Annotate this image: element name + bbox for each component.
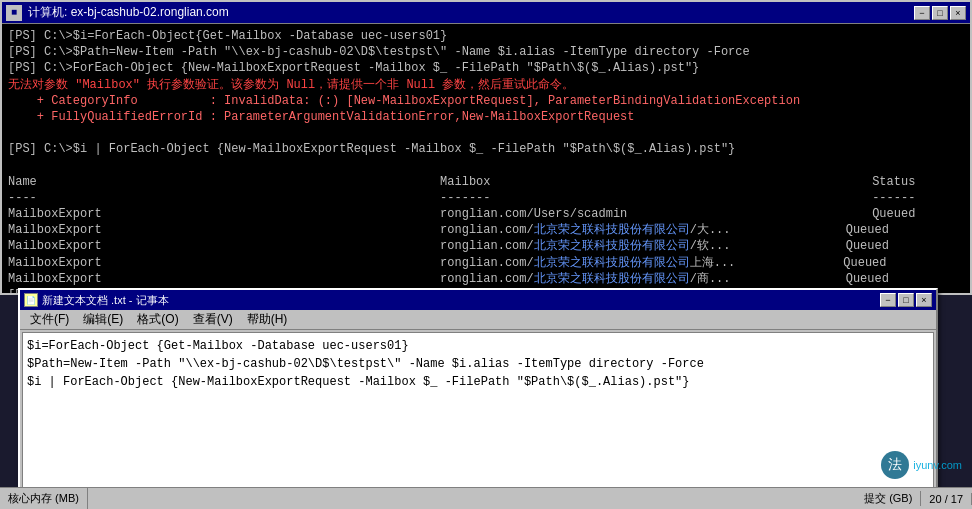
ps-empty-2 [8, 158, 964, 174]
watermark-site: iyunv.com [913, 459, 962, 471]
ps-table-row-4: MailboxExport ronglian.com/北京荣之联科技股份有限公司… [8, 255, 964, 271]
notepad-line-2: $Path=New-Item -Path "\\ex-bj-cashub-02\… [27, 355, 929, 373]
ps-table-row-5: MailboxExport ronglian.com/北京荣之联科技股份有限公司… [8, 271, 964, 287]
notepad-menubar: 文件(F) 编辑(E) 格式(O) 查看(V) 帮助(H) [20, 310, 936, 330]
notepad-line-3: $i | ForEach-Object {New-MailboxExportRe… [27, 373, 929, 391]
ps-minimize-button[interactable]: − [914, 6, 930, 20]
ps-titlebar: ■ 计算机: ex-bj-cashub-02.ronglian.com − □ … [2, 2, 970, 24]
menu-edit[interactable]: 编辑(E) [77, 309, 129, 330]
ps-error-detail-1: + CategoryInfo : InvalidData: (:) [New-M… [8, 93, 964, 109]
ps-table-header: Name Mailbox Status [8, 174, 964, 190]
notepad-line-1: $i=ForEach-Object {Get-Mailbox -Database… [27, 337, 929, 355]
notepad-titlebar: 📄 新建文本文档 .txt - 记事本 − □ × [20, 290, 936, 310]
menu-format[interactable]: 格式(O) [131, 309, 184, 330]
ps-table-separator: ---- ------- ------ [8, 190, 964, 206]
ps-table-row-1: MailboxExport ronglian.com/Users/scadmin… [8, 206, 964, 222]
ps-line-1: [PS] C:\>$i=ForEach-Object{Get-Mailbox -… [8, 28, 964, 44]
menu-view[interactable]: 查看(V) [187, 309, 239, 330]
notepad-window-controls: − □ × [880, 293, 932, 307]
notepad-window: 📄 新建文本文档 .txt - 记事本 − □ × 文件(F) 编辑(E) 格式… [18, 288, 938, 498]
ps-error-line: 无法对参数 "Mailbox" 执行参数验证。该参数为 Null，请提供一个非 … [8, 77, 964, 93]
page-info: 20 / 17 [929, 493, 963, 505]
status-commit: 提交 (GB) [856, 491, 921, 506]
ps-empty-1 [8, 125, 964, 141]
notepad-minimize-button[interactable]: − [880, 293, 896, 307]
ps-title: 计算机: ex-bj-cashub-02.ronglian.com [28, 4, 229, 21]
ps-window-controls: − □ × [914, 6, 966, 20]
ps-error-detail-2: + FullyQualifiedErrorId : ParameterArgum… [8, 109, 964, 125]
ps-line-3: [PS] C:\>ForEach-Object {New-MailboxExpo… [8, 60, 964, 76]
notepad-maximize-button[interactable]: □ [898, 293, 914, 307]
ps-table-row-2: MailboxExport ronglian.com/北京荣之联科技股份有限公司… [8, 222, 964, 238]
watermark: 法 iyunv.com [881, 451, 962, 479]
ps-maximize-button[interactable]: □ [932, 6, 948, 20]
ps-line-2: [PS] C:\>$Path=New-Item -Path "\\ex-bj-c… [8, 44, 964, 60]
ps-titlebar-left: ■ 计算机: ex-bj-cashub-02.ronglian.com [6, 4, 229, 21]
menu-help[interactable]: 帮助(H) [241, 309, 294, 330]
statusbar: 核心内存 (MB) 提交 (GB) 20 / 17 [0, 487, 972, 509]
powershell-window: ■ 计算机: ex-bj-cashub-02.ronglian.com − □ … [0, 0, 972, 295]
notepad-titlebar-left: 📄 新建文本文档 .txt - 记事本 [24, 293, 169, 308]
ps-terminal-content: [PS] C:\>$i=ForEach-Object{Get-Mailbox -… [2, 24, 970, 293]
ps-table-row-3: MailboxExport ronglian.com/北京荣之联科技股份有限公司… [8, 238, 964, 254]
ps-app-icon: ■ [6, 5, 22, 21]
commit-label: 提交 (GB) [864, 491, 912, 506]
notepad-close-button[interactable]: × [916, 293, 932, 307]
notepad-text-area[interactable]: $i=ForEach-Object {Get-Mailbox -Database… [22, 332, 934, 492]
watermark-icon: 法 [881, 451, 909, 479]
notepad-title: 新建文本文档 .txt - 记事本 [42, 293, 169, 308]
menu-file[interactable]: 文件(F) [24, 309, 75, 330]
status-pages: 20 / 17 [921, 493, 972, 505]
notepad-app-icon: 📄 [24, 293, 38, 307]
ps-close-button[interactable]: × [950, 6, 966, 20]
memory-label: 核心内存 (MB) [8, 491, 79, 506]
status-memory: 核心内存 (MB) [0, 488, 88, 509]
ps-line-4: [PS] C:\>$i | ForEach-Object {New-Mailbo… [8, 141, 964, 157]
status-right-group: 提交 (GB) 20 / 17 [856, 491, 972, 506]
